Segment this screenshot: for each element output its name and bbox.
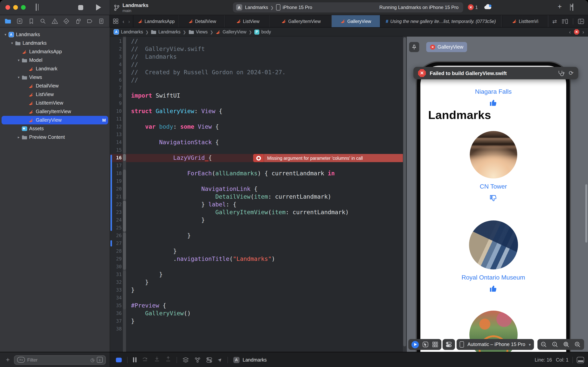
editor-options-icon[interactable]	[562, 18, 568, 24]
gallery-item-label[interactable]: Royal Ontario Museum	[420, 274, 566, 281]
report-navigator-icon[interactable]	[98, 18, 105, 24]
breadcrumb-galleryview[interactable]: GalleryView	[216, 29, 246, 34]
line-number[interactable]: 35	[110, 302, 122, 309]
scheme-device[interactable]: iPhone 15 Pro	[283, 5, 312, 10]
line-number[interactable]: 29	[110, 255, 122, 263]
code-line-31[interactable]: }	[131, 271, 163, 278]
device-settings-control[interactable]	[443, 339, 455, 350]
code-line-10[interactable]: struct GalleryView: View {	[131, 107, 222, 115]
code-line-33[interactable]: }	[131, 286, 134, 294]
device-selector[interactable]: Automatic – iPhone 15 Pro ▾	[457, 339, 534, 350]
refresh-preview-icon[interactable]: ⟳	[569, 70, 574, 77]
code-line-3[interactable]: // Landmarks	[131, 53, 177, 61]
line-number[interactable]: 11	[110, 115, 122, 123]
code-line-12[interactable]: var body: some View {	[131, 123, 219, 131]
source-change-bar[interactable]	[110, 155, 112, 231]
code-line-5[interactable]: // Created by Russell Gordon on 2024-01-…	[131, 68, 286, 76]
line-number[interactable]: 28	[110, 247, 122, 255]
thumbs-up-icon[interactable]	[489, 284, 498, 294]
code-line-35[interactable]: #Preview {	[131, 302, 166, 309]
line-number[interactable]: 33	[110, 286, 122, 294]
line-number[interactable]: 32	[110, 278, 122, 286]
iphone-screen[interactable]: Niagara Falls Landmarks CN Tower Royal O…	[420, 66, 566, 352]
sidebar-item-model[interactable]: ▾Model	[0, 56, 110, 65]
line-number[interactable]: 1	[110, 37, 122, 45]
tab-galleryview[interactable]: GalleryView	[332, 15, 380, 27]
scheme-project[interactable]: Landmarks	[245, 5, 268, 10]
editor-scrollbar[interactable]	[403, 37, 406, 352]
sidebar-item-listitemview[interactable]: ListItemView	[0, 99, 110, 107]
thumbs-down-icon[interactable]	[489, 194, 498, 204]
diagnostics-icon[interactable]	[558, 70, 565, 76]
close-window-button[interactable]	[5, 5, 10, 10]
code-line-2[interactable]: // GalleryView.swift	[131, 45, 205, 53]
line-number[interactable]: 34	[110, 294, 122, 302]
find-navigator-icon[interactable]	[40, 18, 46, 24]
code-line-29[interactable]: .navigationTitle("Landmarks")	[131, 255, 275, 263]
line-number[interactable]: 36	[110, 309, 122, 317]
tab-using[interactable]: #Using the new gallery ite…list, tempora…	[380, 15, 502, 27]
sidebar-item-galleryitemview[interactable]: GalleryItemView	[0, 107, 110, 116]
line-number[interactable]: 2	[110, 45, 122, 53]
previous-issue-button[interactable]: ‹	[569, 29, 571, 35]
error-count[interactable]: 1	[475, 5, 478, 10]
build-failed-banner[interactable]: ✕ Failed to build GalleryView.swift ⟳	[413, 67, 578, 79]
code-line-22[interactable]: } label: {	[131, 200, 236, 209]
bookmarks-navigator-icon[interactable]	[28, 18, 35, 24]
pause-execution-icon[interactable]	[133, 357, 136, 362]
code-line-20[interactable]: NavigationLink {	[131, 185, 257, 193]
breakpoints-toggle[interactable]	[116, 358, 122, 362]
code-line-36[interactable]: GalleryView()	[131, 309, 191, 317]
code-line-26[interactable]: }	[131, 232, 191, 240]
code-line-28[interactable]: }	[131, 247, 177, 255]
memory-graph-icon[interactable]	[194, 357, 201, 363]
tab-listview[interactable]: ListView	[225, 15, 270, 27]
source-control-navigator-icon[interactable]	[16, 18, 23, 24]
scheme-selector[interactable]: A Landmarks ❯ iPhone 15 Pro Running Land…	[233, 2, 463, 12]
run-button[interactable]	[96, 4, 101, 10]
code-line-24[interactable]: }	[131, 216, 205, 224]
gallery-item-label[interactable]: Niagara Falls	[420, 88, 566, 95]
code-line-32[interactable]: }	[131, 278, 149, 286]
add-file-button[interactable]: ＋	[5, 356, 11, 364]
debug-navigator-icon[interactable]	[75, 18, 82, 24]
line-number[interactable]: 5	[110, 68, 122, 76]
tab-galleryitemview[interactable]: GalleryItemView	[270, 15, 332, 27]
scm-filter-icon[interactable]: ±	[97, 357, 103, 363]
toggle-debug-area-icon[interactable]	[577, 357, 584, 363]
code-line-14[interactable]: NavigationStack {	[131, 138, 219, 146]
sidebar-item-landmarks[interactable]: ▾Landmarks	[0, 39, 110, 47]
pin-preview-button[interactable]	[409, 42, 419, 52]
line-number[interactable]: 30	[110, 263, 122, 271]
code-line-1[interactable]: //	[131, 37, 138, 45]
code-editor[interactable]: 1234567891011121314151617181920212223242…	[110, 37, 406, 352]
issue-error-icon[interactable]: ✕	[574, 29, 579, 35]
simulator-toggles-icon[interactable]	[206, 357, 212, 363]
sidebar-item-landmarksapp[interactable]: LandmarksApp	[0, 47, 110, 56]
zoom-to-fit-icon[interactable]	[563, 341, 570, 348]
line-number[interactable]: 7	[110, 84, 122, 92]
thumbs-up-icon[interactable]	[489, 98, 498, 108]
project-navigator-icon[interactable]	[5, 18, 11, 24]
filter-field[interactable]: ≡▾ Filter ◷ ±	[14, 355, 106, 365]
preview-tag[interactable]: ✕ GalleryView	[426, 42, 467, 52]
code-line-23[interactable]: GalleryItemView(item: currentLandmark)	[131, 209, 349, 216]
canvas-scrollbar[interactable]	[585, 184, 587, 242]
sidebar-item-landmarks[interactable]: ▾ALandmarks	[0, 30, 110, 39]
gallery-item-label[interactable]: CN Tower	[420, 183, 566, 190]
line-number[interactable]: 6	[110, 76, 122, 84]
live-preview-button[interactable]	[412, 341, 419, 348]
next-issue-button[interactable]: ›	[582, 29, 584, 35]
code-line-8[interactable]: import SwiftUI	[131, 92, 180, 100]
code-fold-ribbon[interactable]	[123, 37, 126, 352]
tab-detailview[interactable]: DetailView	[179, 15, 225, 27]
royal-ontario-museum-image[interactable]	[469, 220, 518, 269]
line-number[interactable]: 38	[110, 325, 122, 333]
recent-files-icon[interactable]: ◷	[90, 357, 94, 363]
stop-button[interactable]	[78, 5, 83, 10]
toggle-inspector-icon[interactable]	[572, 3, 573, 11]
tab-overview-icon[interactable]	[113, 18, 119, 24]
error-badge-icon[interactable]: ✕	[468, 4, 474, 10]
add-editor-icon[interactable]	[578, 18, 584, 24]
minimize-window-button[interactable]	[13, 5, 18, 10]
